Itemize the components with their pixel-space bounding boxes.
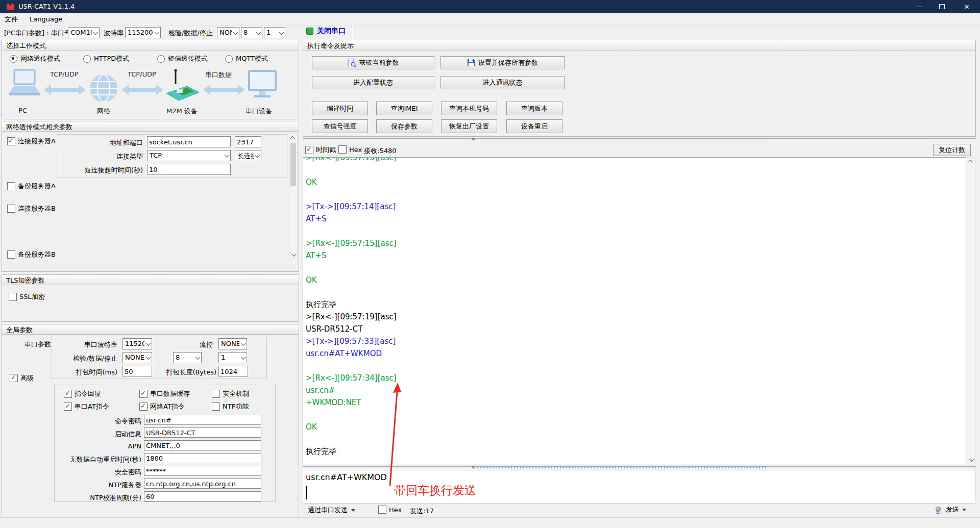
g-databits-select[interactable]: 8 <box>173 352 202 363</box>
log-line <box>303 286 966 298</box>
serial-device-icon <box>249 71 276 97</box>
log-hex-checkbox[interactable]: Hex <box>338 145 362 154</box>
g-packlen-input[interactable] <box>218 366 248 377</box>
mode-radio-httpd[interactable]: HTTPD模式 <box>83 54 129 63</box>
mode-radio-sms[interactable]: 短信透传模式 <box>157 54 208 63</box>
serial-at-checkbox[interactable]: 串口AT指令 <box>64 402 109 411</box>
echo-checkbox[interactable]: 指令回显 <box>64 389 101 398</box>
scroll-up-icon[interactable] <box>289 134 297 142</box>
server-a-port-input[interactable] <box>235 136 261 147</box>
server-a-checkbox[interactable]: 连接服务器A <box>7 137 56 146</box>
splitter-collapse-icon[interactable] <box>471 466 475 469</box>
scroll-up-icon[interactable] <box>967 158 975 165</box>
g-flow-select[interactable]: NONE <box>218 338 247 349</box>
com-port-select[interactable]: COM10 <box>68 27 100 38</box>
close-port-button[interactable]: 关闭串口 <box>306 27 346 36</box>
reset-count-button[interactable]: 复位计数 <box>933 144 971 156</box>
tls-group-header: TLS加密参数 <box>2 275 299 285</box>
send-hex-checkbox[interactable]: Hex <box>378 506 402 514</box>
log-line: USR-DR512-CT <box>303 323 966 335</box>
log-splitter-bottom[interactable] <box>303 465 976 470</box>
server-b-checkbox[interactable]: 连接服务器B <box>7 204 56 213</box>
maximize-button[interactable] <box>930 0 953 13</box>
set-save-params-button[interactable]: 设置并保存所有参数 <box>440 56 565 69</box>
ntp-checkbox[interactable]: NTP功能 <box>212 402 249 411</box>
conn-keep-select[interactable]: 长连接 <box>235 150 261 161</box>
g-packtime-input[interactable] <box>122 366 152 377</box>
ntp-server-input[interactable] <box>144 479 261 489</box>
net-params-scrollbar[interactable] <box>289 134 298 259</box>
apn-label: APN <box>55 441 141 450</box>
g-stopbits-select[interactable]: 1 <box>218 352 247 363</box>
link-label-serialdata: 串口数据 <box>205 70 232 80</box>
menu-language[interactable]: Language <box>25 14 67 24</box>
log-area[interactable]: >[Rx<-][09:57:13][asc] OK >[Tx->][09:57:… <box>303 157 966 464</box>
advanced-checkbox[interactable]: 高级 <box>10 373 34 383</box>
restart-time-label: 无数据自动重启时间(秒) <box>55 454 141 464</box>
boot-info-input[interactable] <box>144 428 261 438</box>
annotation-text: 带回车换行发送 <box>394 483 476 498</box>
compile-time-button[interactable]: 编译时间 <box>312 102 368 115</box>
parity-select[interactable]: NONI <box>217 27 239 38</box>
backup-a-checkbox[interactable]: 备份服务器A <box>7 182 56 191</box>
security-checkbox[interactable]: 安全机制 <box>212 389 249 398</box>
signal-strength-button[interactable]: 查信号强度 <box>312 119 368 133</box>
conn-type-label: 连接类型 <box>57 150 143 161</box>
log-line <box>303 409 966 421</box>
chevron-down-icon <box>278 28 285 38</box>
cache-checkbox[interactable]: 串口数据缓存 <box>139 389 190 398</box>
factory-reset-button[interactable]: 恢复出厂设置 <box>441 119 497 133</box>
security-password-input[interactable] <box>144 466 261 476</box>
log-scrollbar[interactable] <box>967 157 975 464</box>
minimize-button[interactable] <box>908 0 930 13</box>
databits-select[interactable]: 8 <box>241 27 262 38</box>
server-a-host-input[interactable] <box>147 136 231 147</box>
close-button[interactable]: ✕ <box>953 0 980 13</box>
radio-icon <box>157 55 165 63</box>
save-params-button[interactable]: 保存参数 <box>376 119 432 133</box>
baud-select[interactable]: 115200 <box>125 27 161 38</box>
enter-config-button[interactable]: 进入配置状态 <box>312 76 434 89</box>
g-parity-select[interactable]: NONE <box>122 352 152 363</box>
backup-b-checkbox[interactable]: 备份服务器B <box>7 250 56 259</box>
ssl-checkbox[interactable]: SSL加密 <box>9 292 45 301</box>
send-via-serial-dropdown[interactable]: 通过串口发送 <box>308 506 355 515</box>
checkbox-icon <box>64 403 72 411</box>
stopbits-select[interactable]: 1 <box>264 27 285 38</box>
log-line: >[Rx<-][09:57:15][asc] <box>303 237 966 249</box>
query-version-button[interactable]: 查询版本 <box>506 102 562 115</box>
chevron-down-icon <box>144 339 152 349</box>
net-at-checkbox[interactable]: 网络AT指令 <box>139 402 185 411</box>
g-baud-select[interactable]: 115200 <box>122 338 152 349</box>
query-imei-button[interactable]: 查询IMEI <box>376 102 432 115</box>
app-logo-icon <box>6 3 14 10</box>
log-splitter-top[interactable] <box>303 137 976 142</box>
checkbox-icon <box>9 293 17 301</box>
short-timeout-input[interactable] <box>147 164 231 175</box>
sent-count: 发送:17 <box>410 507 434 516</box>
timestamp-checkbox[interactable]: 时间戳 <box>305 145 336 155</box>
mode-radio-mqtt[interactable]: MQTT模式 <box>225 54 268 63</box>
query-phone-button[interactable]: 查询本机号码 <box>441 102 497 115</box>
scrollbar-thumb[interactable] <box>290 143 296 186</box>
ntp-period-input[interactable] <box>144 491 261 501</box>
restart-time-input[interactable] <box>144 453 261 463</box>
chevron-down-icon <box>254 150 261 161</box>
device-restart-button[interactable]: 设备重启 <box>506 119 562 133</box>
cmd-password-input[interactable] <box>144 415 261 425</box>
save-icon <box>467 59 475 67</box>
mode-radio-net[interactable]: 网络透传模式 <box>10 54 60 63</box>
scroll-down-icon[interactable] <box>967 456 975 464</box>
scroll-down-icon[interactable] <box>289 251 297 259</box>
menu-file[interactable]: 文件 <box>0 13 22 26</box>
log-line: usr.cn#AT+WKMOD <box>303 347 966 360</box>
splitter-collapse-icon[interactable] <box>471 137 475 140</box>
checkbox-icon <box>338 145 347 154</box>
boot-info-label: 启动信息 <box>55 428 141 439</box>
command-group: 执行命令及提示 获取当前参数 设置并保存所有参数 进入配置状态 进入通讯状态 编… <box>303 40 976 137</box>
send-button[interactable]: 发送 <box>935 505 966 514</box>
enter-comm-button[interactable]: 进入通讯状态 <box>440 76 565 89</box>
apn-input[interactable] <box>144 440 261 450</box>
get-params-button[interactable]: 获取当前参数 <box>312 56 434 69</box>
conn-type-select[interactable]: TCP <box>147 150 231 161</box>
